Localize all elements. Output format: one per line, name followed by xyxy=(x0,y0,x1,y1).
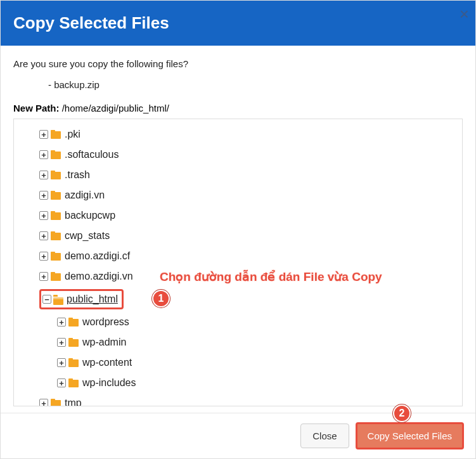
expand-icon[interactable]: + xyxy=(57,318,66,326)
folder-label: public_html xyxy=(67,292,118,307)
tree-item-wp-content[interactable]: +wp-content xyxy=(22,352,454,373)
folder-icon xyxy=(68,358,80,367)
folder-label: wp-includes xyxy=(82,375,136,391)
new-path-line: New Path: /home/azdigi/public_html/ xyxy=(13,103,463,113)
folder-icon xyxy=(51,191,62,200)
expand-icon[interactable]: + xyxy=(39,211,48,220)
modal-body: Are you sure you copy the following file… xyxy=(1,46,475,413)
expand-icon[interactable]: + xyxy=(39,252,48,261)
folder-icon xyxy=(51,252,62,261)
expand-icon[interactable]: + xyxy=(39,231,48,240)
expand-icon[interactable]: + xyxy=(39,130,48,139)
selected-folder-highlight: −public_html xyxy=(39,289,124,309)
folder-label: demo.azdigi.vn xyxy=(65,269,133,284)
folder-label: wp-admin xyxy=(82,335,126,350)
tree-item-public-html[interactable]: −public_html xyxy=(22,287,454,312)
folder-open-icon xyxy=(53,295,65,304)
folder-icon xyxy=(68,338,80,347)
copy-files-modal: Copy Selected Files × Are you sure you c… xyxy=(0,0,476,459)
copy-selected-files-button[interactable]: Copy Selected Files xyxy=(356,422,464,449)
confirm-message: Are you sure you copy the following file… xyxy=(13,58,463,69)
tree-item--softaculous[interactable]: +.softaculous xyxy=(22,145,454,165)
expand-icon[interactable]: + xyxy=(57,358,66,367)
expand-icon[interactable]: + xyxy=(57,338,66,347)
expand-icon[interactable]: + xyxy=(39,399,48,406)
expand-icon[interactable]: + xyxy=(39,272,48,281)
folder-label: wordpress xyxy=(82,314,129,330)
folder-label: .softaculous xyxy=(65,147,119,162)
folder-label: .trash xyxy=(65,167,90,183)
folder-icon xyxy=(51,231,62,240)
close-icon[interactable]: × xyxy=(460,4,469,24)
folder-icon xyxy=(51,211,62,220)
tree-item-backupcwp[interactable]: +backupcwp xyxy=(22,205,454,226)
folder-label: backupcwp xyxy=(65,208,115,223)
tree-item-azdigi-vn[interactable]: +azdigi.vn xyxy=(22,185,454,205)
folder-icon xyxy=(51,130,62,139)
folder-icon xyxy=(51,150,62,159)
tree-item-demo-azdigi-vn[interactable]: +demo.azdigi.vn xyxy=(22,266,454,287)
folder-label: demo.azdigi.cf xyxy=(65,249,130,264)
folder-icon xyxy=(51,399,62,406)
collapse-icon[interactable]: − xyxy=(42,295,51,304)
modal-title: Copy Selected Files xyxy=(13,13,463,33)
tree-item-tmp[interactable]: +tmp xyxy=(22,393,454,406)
modal-footer: 2 Close Copy Selected Files xyxy=(1,413,475,458)
folder-icon xyxy=(68,318,80,326)
folder-tree[interactable]: +.pki+.softaculous+.trash+azdigi.vn+back… xyxy=(13,119,463,406)
folder-icon xyxy=(68,378,80,387)
expand-icon[interactable]: + xyxy=(39,191,48,200)
tree-item-wp-admin[interactable]: +wp-admin xyxy=(22,332,454,352)
folder-label: cwp_stats xyxy=(65,228,110,243)
expand-icon[interactable]: + xyxy=(57,378,66,387)
folder-icon xyxy=(51,171,62,179)
file-item: - backup.zip xyxy=(48,79,463,90)
tree-item--trash[interactable]: +.trash xyxy=(22,165,454,185)
folder-label: .pki xyxy=(65,127,80,142)
tree-item-demo-azdigi-cf[interactable]: +demo.azdigi.cf xyxy=(22,246,454,266)
tree-item-wp-includes[interactable]: +wp-includes xyxy=(22,373,454,393)
tree-item-cwp-stats[interactable]: +cwp_stats xyxy=(22,226,454,246)
tree-item--pki[interactable]: +.pki xyxy=(22,124,454,145)
tree-item-wordpress[interactable]: +wordpress xyxy=(22,312,454,332)
folder-label: tmp xyxy=(65,396,82,406)
close-button[interactable]: Close xyxy=(300,423,349,448)
modal-header: Copy Selected Files × xyxy=(1,1,475,46)
folder-label: azdigi.vn xyxy=(65,188,105,203)
expand-icon[interactable]: + xyxy=(39,150,48,159)
folder-icon xyxy=(51,272,62,281)
folder-label: wp-content xyxy=(82,355,132,370)
expand-icon[interactable]: + xyxy=(39,171,48,179)
